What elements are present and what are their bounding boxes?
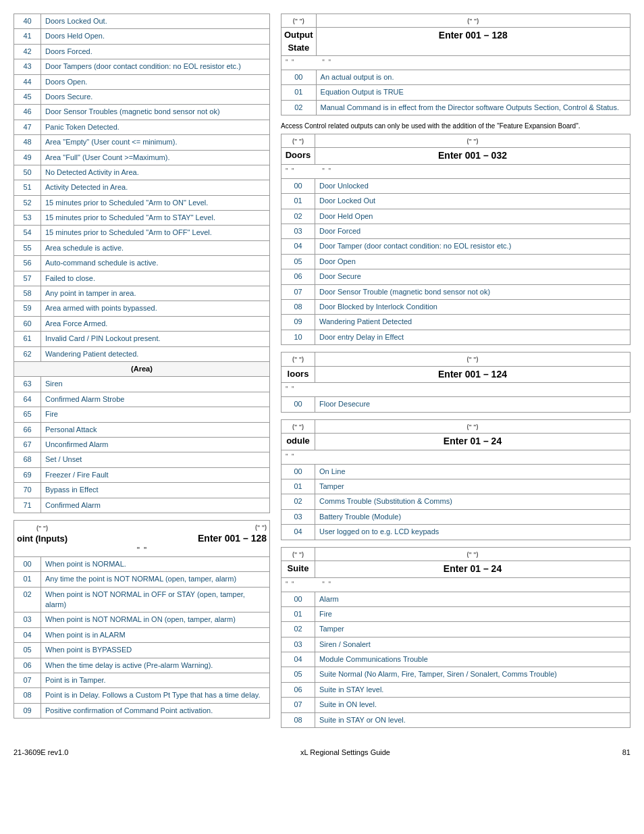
table-row: 07Point is in Tamper. <box>14 673 270 688</box>
row-num: 09 <box>281 315 315 330</box>
row-desc: Area "Empty" (User count <= minimum). <box>41 135 270 150</box>
row-desc: 15 minutes prior to Scheduled "Arm to OF… <box>41 226 270 240</box>
row-num: 68 <box>14 452 41 467</box>
table-row: 01Fire <box>281 606 630 621</box>
row-desc: Confirmed Alarm <box>41 498 270 513</box>
row-num: 01 <box>281 606 315 621</box>
row-desc: Suite Normal (No Alarm, Fire, Tamper, Si… <box>315 667 630 682</box>
row-num: 50 <box>14 165 41 180</box>
row-desc: Door Held Open <box>315 209 630 224</box>
table-row: 43Door Tampers (door contact condition: … <box>14 59 270 74</box>
row-desc: Confirmed Alarm Strobe <box>41 392 270 407</box>
row-desc: Doors Locked Out. <box>41 14 270 29</box>
row-num: 63 <box>14 377 41 392</box>
table-row: 03Door Forced <box>281 224 630 239</box>
table-row: 06Door Secure <box>281 269 630 284</box>
table-row: 47Panic Token Detected. <box>14 120 270 134</box>
row-num: 61 <box>14 332 41 346</box>
point-inputs-table: (" ") oint (Inputs) (" ") Enter 001 – 12… <box>14 520 270 719</box>
row-num: 00 <box>281 592 315 606</box>
table-row: 02When point is NOT NORMAL in OFF or STA… <box>14 587 270 613</box>
row-num: 03 <box>14 613 41 627</box>
row-num: 44 <box>14 74 41 89</box>
table-row: 51Activity Detected in Area. <box>14 180 270 195</box>
row-num: 46 <box>14 105 41 120</box>
row-num: 00 <box>281 178 315 193</box>
table-row: 04User logged on to e.g. LCD keypads <box>281 525 630 540</box>
table-row: 40Doors Locked Out. <box>14 14 270 29</box>
row-desc: Module Communications Trouble <box>315 652 630 667</box>
row-desc: Tamper <box>315 479 630 494</box>
output-quote-left: (" ") <box>293 18 304 24</box>
row-desc: 15 minutes prior to Scheduled "Arm to ON… <box>41 195 270 210</box>
row-num: 02 <box>281 209 315 224</box>
row-num: 06 <box>14 658 41 673</box>
table-row: 02Comms Trouble (Substitution & Comms) <box>281 494 630 509</box>
table-row: 41Doors Held Open. <box>14 29 270 44</box>
row-num: 05 <box>281 667 315 682</box>
table-row: 01Door Locked Out <box>281 194 630 209</box>
table-row: 01Any time the point is NOT NORMAL (open… <box>14 572 270 587</box>
row-desc: Floor Desecure <box>315 397 630 412</box>
row-desc: No Detected Activity in Area. <box>41 165 270 180</box>
table-row: 58Any point in tamper in area. <box>14 286 270 301</box>
row-desc: When point is NOT NORMAL in ON (open, ta… <box>41 613 270 627</box>
row-desc: Doors Secure. <box>41 89 270 104</box>
point-quote-left: (" ") <box>36 525 48 531</box>
row-desc: Area "Full" (User Count >=Maximum). <box>41 150 270 165</box>
row-desc: Door Open <box>315 254 630 269</box>
table-row: 00When point is NORMAL. <box>14 556 270 571</box>
row-num: 00 <box>281 464 315 479</box>
row-desc: Door Blocked by Interlock Condition <box>315 300 630 315</box>
floors-header-right: Enter 001 – 124 <box>438 369 507 380</box>
row-num: 04 <box>281 525 315 540</box>
table-row: 5415 minutes prior to Scheduled "Arm to … <box>14 226 270 240</box>
row-desc: Activity Detected in Area. <box>41 180 270 195</box>
doors-header-left: Doors <box>286 150 311 160</box>
row-desc: Door entry Delay in Effect <box>315 330 630 344</box>
suite-header-right: Enter 01 – 24 <box>444 563 502 574</box>
table-row: 04Door Tamper (door contact condition: n… <box>281 239 630 254</box>
row-num: 08 <box>14 688 41 703</box>
row-num: 66 <box>14 422 41 437</box>
table-row: 02Tamper <box>281 622 630 637</box>
row-desc: When point is in ALARM <box>41 627 270 642</box>
row-num: 02 <box>281 622 315 637</box>
point-header-left: oint (Inputs) <box>17 533 68 544</box>
row-desc: Siren / Sonalert <box>315 637 630 652</box>
row-num: 48 <box>14 135 41 150</box>
table-row: 49Area "Full" (User Count >=Maximum). <box>14 150 270 165</box>
table-row: 03When point is NOT NORMAL in ON (open, … <box>14 613 270 627</box>
table-row: 01Tamper <box>281 479 630 494</box>
main-left-table: 40Doors Locked Out.41Doors Held Open.42D… <box>14 14 270 513</box>
table-row: 04Module Communications Trouble <box>281 652 630 667</box>
module-header-left: odule <box>286 436 310 446</box>
row-desc: When point is BYPASSED <box>41 643 270 658</box>
table-row: 00Alarm <box>281 592 630 606</box>
row-desc: When point is NOT NORMAL in OFF or STAY … <box>41 587 270 613</box>
row-num: 02 <box>14 587 41 613</box>
row-num: 53 <box>14 211 41 226</box>
row-desc: Door Secure <box>315 269 630 284</box>
row-desc: Doors Forced. <box>41 44 270 59</box>
row-num: 05 <box>281 254 315 269</box>
row-num: 49 <box>14 150 41 165</box>
table-row: 06When the time delay is active (Pre-ala… <box>14 658 270 673</box>
row-num: 59 <box>14 301 41 316</box>
row-desc: Battery Trouble (Module) <box>315 509 630 524</box>
table-row: 56Auto-command schedule is active. <box>14 256 270 271</box>
row-num: 04 <box>14 627 41 642</box>
row-num: 45 <box>14 89 41 104</box>
row-num: 67 <box>14 437 41 452</box>
table-row: 71Confirmed Alarm <box>14 498 270 513</box>
row-num: 04 <box>281 652 315 667</box>
row-desc: Door Sensor Trouble (magnetic bond senso… <box>315 284 630 299</box>
row-desc: On Line <box>315 464 630 479</box>
output-header-right: Enter 001 – 128 <box>439 30 508 41</box>
row-desc: Equation Output is TRUE <box>316 85 630 100</box>
table-row: 55Area schedule is active. <box>14 240 270 255</box>
table-row: 44Doors Open. <box>14 74 270 89</box>
row-num: 05 <box>14 643 41 658</box>
row-num: 58 <box>14 286 41 301</box>
row-desc: Point is in Tamper. <box>41 673 270 688</box>
